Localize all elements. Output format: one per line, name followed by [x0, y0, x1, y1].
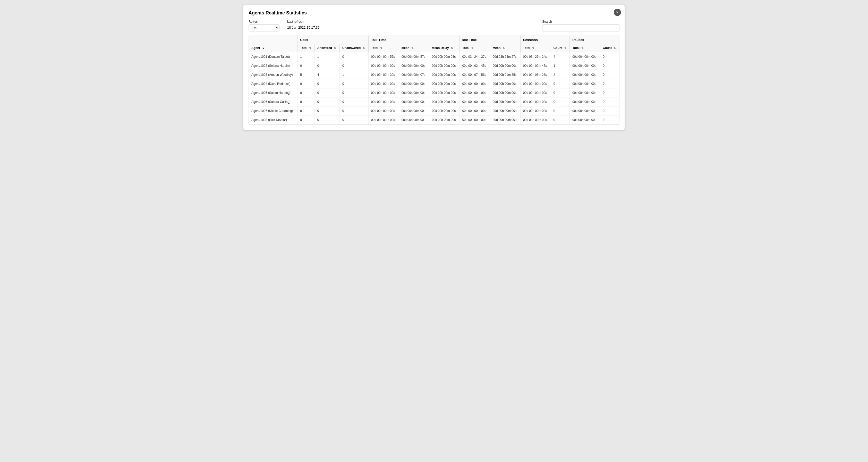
agent-name: Agent/1004 (Dave Redneck) [249, 79, 298, 88]
group-sessions: Sessions [520, 36, 570, 44]
cell-value: 00d 00h 00m 00s [429, 88, 460, 97]
cell-value: 0 [314, 107, 339, 115]
stats-table: Calls Talk Time Idle Time Sessions Pause… [249, 36, 619, 124]
cell-value: 0 [551, 88, 570, 97]
cell-value: 00d 00h 00m 00s [570, 61, 600, 70]
cell-value: 00d 00h 00m 00s [570, 70, 600, 79]
cell-value: 0 [314, 79, 339, 88]
refresh-select[interactable]: 1m 30s 2m 5m [249, 25, 279, 31]
col-pauses-count[interactable]: Count ⇅ [600, 44, 619, 52]
cell-value: 1 [339, 70, 368, 79]
cell-value: 00d 00h 00m 00s [490, 115, 520, 124]
table-row: Agent/1001 (Duncan Talbot)11000d 00h 00m… [249, 52, 619, 61]
col-sessions-count[interactable]: Count ⇅ [551, 44, 570, 52]
cell-value: 00d 00h 00m 00s [520, 107, 551, 115]
cell-value: 00d 00h 00m 00s [460, 107, 490, 115]
col-calls-total[interactable]: Total ⇅ [298, 44, 315, 52]
cell-value: 00d 00h 00m 57s [399, 52, 429, 61]
table-row: Agent/1006 (Sandra Calling)00000d 00h 00… [249, 97, 619, 107]
cell-value: 00d 00h 00m 00s [570, 115, 600, 124]
cell-value: 0 [298, 115, 315, 124]
controls-row: Refresh 1m 30s 2m 5m Last refresh 18 Jan… [249, 20, 619, 31]
cell-value: 0 [339, 88, 368, 97]
table-row: Agent/1007 (Nicole Charming)00000d 00h 0… [249, 107, 619, 115]
cell-value: 00d 00h 00m 00s [490, 61, 520, 70]
cell-value: 00d 00h 00m 00s [429, 79, 460, 88]
cell-value: 00d 00h 00m 00s [368, 88, 399, 97]
agent-name: Agent/1005 (Salem Harding) [249, 88, 298, 97]
cell-value: 0 [339, 61, 368, 70]
cell-value: 00d 00h 00m 00s [460, 97, 490, 107]
cell-value: 1 [298, 52, 315, 61]
sort-sessions-total-icon: ⇅ [532, 47, 534, 50]
last-refresh-group: Last refresh 18 Jan 2022 15:17:36 [287, 20, 320, 29]
search-input[interactable] [542, 25, 619, 31]
agent-name: Agent/1003 (Ameen Woodley) [249, 70, 298, 79]
cell-value: 00d 00h 00m 03s [429, 52, 460, 61]
search-group: Search [542, 20, 619, 31]
col-idletime-total[interactable]: Total ⇅ [460, 44, 490, 52]
cell-value: 00d 00h 00m 00s [399, 61, 429, 70]
table-row: Agent/1005 (Salem Harding)00000d 00h 00m… [249, 88, 619, 97]
col-calls-unanswered[interactable]: Unanswered ⇅ [339, 44, 368, 52]
refresh-group: Refresh 1m 30s 2m 5m [249, 20, 279, 31]
agent-name: Agent/1007 (Nicole Charming) [249, 107, 298, 115]
sort-calls-unanswered-icon: ⇅ [363, 47, 365, 50]
cell-value: 00d 00h 00m 00s [399, 79, 429, 88]
col-talktime-mean-delay[interactable]: Mean Delay ⇅ [429, 44, 460, 52]
cell-value: 00d 00h 00m 00s [520, 88, 551, 97]
cell-value: 00d 00h 00m 00s [368, 107, 399, 115]
cell-value: 0 [314, 88, 339, 97]
last-refresh-label: Last refresh [287, 20, 320, 24]
cell-value: 00d 00h 00m 00s [399, 97, 429, 107]
cell-value: 00d 00h 00m 07s [399, 70, 429, 79]
sort-sessions-count-icon: ⇅ [564, 47, 566, 50]
cell-value: 00d 00h 00m 00s [460, 115, 490, 124]
cell-value: 5 [298, 70, 315, 79]
sort-pauses-total-icon: ⇅ [581, 47, 583, 50]
col-calls-answered[interactable]: Answered ⇅ [314, 44, 339, 52]
group-agent [249, 36, 298, 44]
cell-value: 0 [339, 79, 368, 88]
cell-value: 4 [551, 52, 570, 61]
col-idletime-mean[interactable]: Mean ⇅ [490, 44, 520, 52]
col-talktime-mean[interactable]: Mean ⇅ [399, 44, 429, 52]
cell-value: 0 [551, 115, 570, 124]
col-agent[interactable]: Agent ▲ [249, 44, 298, 52]
cell-value: 0 [298, 97, 315, 107]
col-pauses-total[interactable]: Total ⇅ [570, 44, 600, 52]
cell-value: 00d 03h 24m 27s [490, 52, 520, 61]
close-button[interactable]: × [614, 9, 621, 16]
cell-value: 0 [600, 70, 619, 79]
table-row: Agent/1008 (Rick Devour)00000d 00h 00m 0… [249, 115, 619, 124]
cell-value: 0 [339, 97, 368, 107]
cell-value: 00d 00h 00m 00s [429, 70, 460, 79]
cell-value: 00d 00h 00m 00s [460, 79, 490, 88]
cell-value: 0 [551, 97, 570, 107]
col-sessions-total[interactable]: Total ⇅ [520, 44, 551, 52]
cell-value: 00d 00h 00m 00s [490, 88, 520, 97]
sort-talktime-total-icon: ⇅ [380, 47, 382, 50]
group-calls: Calls [298, 36, 368, 44]
modal-container: Agents Realtime Statistics × Refresh 1m … [243, 5, 625, 130]
cell-value: 0 [339, 115, 368, 124]
cell-value: 0 [600, 115, 619, 124]
cell-value: 00d 03h 24m 27s [460, 52, 490, 61]
table-row: Agent/1003 (Ameen Woodley)54100d 00h 00m… [249, 70, 619, 79]
sort-talktime-delay-icon: ⇅ [451, 47, 453, 50]
table-container: Calls Talk Time Idle Time Sessions Pause… [249, 36, 619, 124]
cell-value: 0 [298, 79, 315, 88]
cell-value: 0 [298, 61, 315, 70]
group-header-row: Calls Talk Time Idle Time Sessions Pause… [249, 36, 619, 44]
col-talktime-total[interactable]: Total ⇅ [368, 44, 399, 52]
cell-value: 00d 00h 00m 00s [490, 79, 520, 88]
cell-value: 00d 00h 00m 00s [520, 115, 551, 124]
cell-value: 00d 00h 07m 56s [460, 70, 490, 79]
modal-title: Agents Realtime Statistics [249, 10, 619, 16]
agent-name: Agent/1008 (Rick Devour) [249, 115, 298, 124]
cell-value: 0 [600, 107, 619, 115]
cell-value: 00d 00h 00m 00s [399, 115, 429, 124]
cell-value: 00d 00h 02m 45s [460, 61, 490, 70]
group-talktime: Talk Time [368, 36, 460, 44]
sort-talktime-mean-icon: ⇅ [411, 47, 413, 50]
